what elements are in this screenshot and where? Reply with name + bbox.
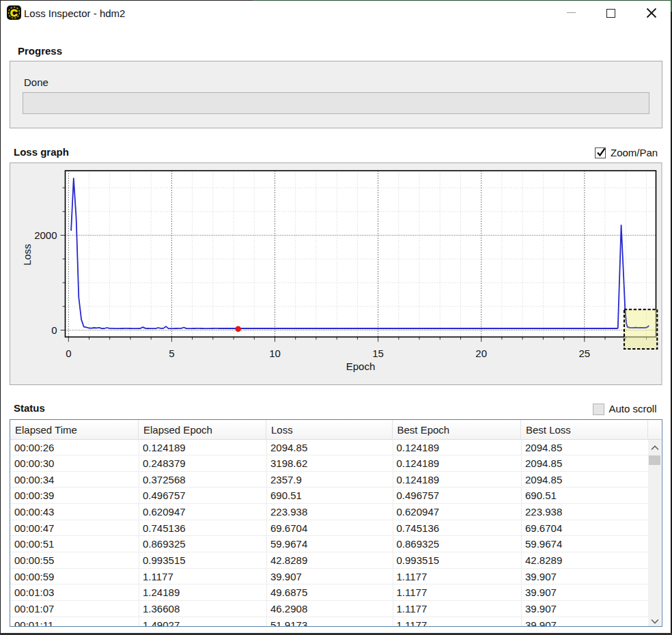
svg-text:10: 10	[269, 348, 281, 359]
svg-text:25: 25	[578, 348, 590, 359]
svg-text:0: 0	[66, 348, 71, 359]
svg-text:20: 20	[475, 348, 487, 359]
svg-text:5: 5	[169, 348, 174, 359]
svg-text:Loss: Loss	[21, 244, 33, 266]
svg-text:15: 15	[372, 348, 384, 359]
svg-text:2000: 2000	[34, 229, 57, 241]
svg-text:0: 0	[51, 324, 57, 336]
svg-text:C: C	[10, 7, 18, 18]
svg-text:Epoch: Epoch	[346, 361, 376, 372]
